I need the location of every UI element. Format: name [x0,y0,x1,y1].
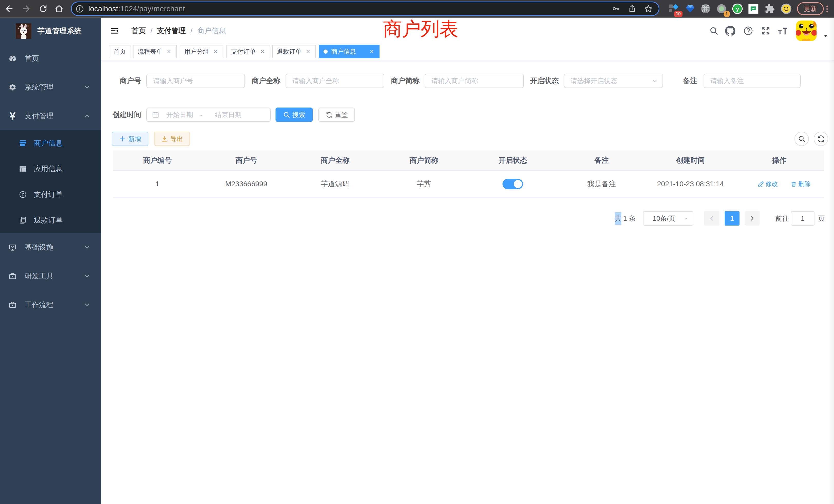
prev-page-button[interactable] [704,211,720,226]
close-icon[interactable]: ✕ [369,48,375,55]
search-icon [709,26,719,36]
edit-link[interactable]: 修改 [758,180,778,188]
extensions-puzzle-icon[interactable] [763,2,776,16]
sidebar-item-system[interactable]: 系统管理 [0,73,101,101]
breadcrumb-current: 商户信息 [197,26,226,36]
create-time-label: 创建时间 [101,108,141,122]
date-start-placeholder: 开始日期 [159,110,200,119]
add-button[interactable]: 新增 [112,132,148,146]
extension-command-icon[interactable] [699,2,712,16]
user-avatar[interactable] [796,21,816,41]
breadcrumb: 首页 / 支付管理 / 商户信息 [131,18,226,44]
chevron-right-icon [749,215,755,222]
browser-forward-button[interactable] [19,2,34,16]
monitor-check-icon [9,244,17,251]
show-search-button[interactable] [794,132,809,146]
plus-icon [119,136,126,142]
sidebar-item-refund-order[interactable]: 退款订单 [0,207,101,233]
fullscreen-icon [761,26,771,36]
extension-tampermonkey-icon[interactable]: 10 [667,2,680,16]
date-range-input[interactable]: 开始日期 - 结束日期 [146,108,271,122]
sidebar-item-payment-order[interactable]: 支付订单 [0,182,101,207]
sidebar-item-infrastructure[interactable]: 基础设施 [0,233,101,262]
yen-icon: ¥ [9,112,17,120]
tag-process-form[interactable]: 流程表单✕ [133,45,177,58]
extension-emoji-icon[interactable] [780,2,793,16]
sidebar-item-app-info[interactable]: 应用信息 [0,156,101,182]
tag-refund-order[interactable]: 退款订单✕ [272,45,316,58]
close-icon[interactable]: ✕ [305,48,311,55]
font-size-button[interactable] [775,18,790,44]
font-size-icon [777,25,788,36]
extension-recorder-icon[interactable]: 1 [715,2,728,16]
sidebar-item-home[interactable]: 首页 [0,44,101,73]
status-label: 开启状态 [518,74,559,88]
sidebar-item-merchant-info[interactable]: 商户信息 [0,130,101,156]
cell-status [468,171,557,197]
close-icon[interactable]: ✕ [166,48,172,55]
browser-reload-button[interactable] [36,2,50,16]
breadcrumb-home[interactable]: 首页 [131,26,146,36]
merchant-no-input[interactable]: 请输入商户号 [146,74,245,88]
active-dot [324,49,328,54]
sidebar-item-payment[interactable]: ¥ 支付管理 [0,101,101,130]
browser-update-button[interactable]: 更新 [797,2,824,15]
tag-merchant-info[interactable]: 商户信息✕ [319,45,379,58]
sidebar-toggle-button[interactable] [110,27,118,35]
page-size-select[interactable]: 10条/页 [643,211,693,226]
extension-chat-icon[interactable] [747,2,760,16]
status-select[interactable]: 请选择开启状态 [564,74,663,88]
extension-y-icon[interactable]: y [731,2,744,16]
svg-text:y: y [736,6,739,12]
browser-home-button[interactable] [52,2,66,16]
cell-full-name: 芋道源码 [291,171,379,197]
share-icon[interactable] [628,4,637,13]
chevron-down-icon [84,244,90,251]
app-title: 芋道管理系统 [38,26,82,36]
breadcrumb-payment[interactable]: 支付管理 [157,26,186,36]
search-button[interactable]: 搜索 [276,108,313,122]
remark-input[interactable]: 请输入备注 [704,74,800,88]
sidebar-item-dev-tools[interactable]: 研发工具 [0,262,101,291]
export-button[interactable]: 导出 [154,132,190,146]
next-page-button[interactable] [745,211,760,226]
tag-home[interactable]: 首页 [109,45,130,58]
logo-avatar [16,23,31,39]
password-key-icon[interactable] [611,4,620,13]
close-icon[interactable]: ✕ [213,48,219,55]
bookmark-star-icon[interactable] [644,4,653,13]
jump-page-input[interactable]: 1 [791,211,814,226]
reset-button[interactable]: 重置 [319,108,355,122]
sidebar-item-workflow[interactable]: 工作流程 [0,291,101,319]
search-icon [283,111,290,118]
sidebar-logo[interactable]: 芋道管理系统 [0,18,101,44]
chevron-down-icon [84,84,90,91]
address-bar[interactable]: localhost:1024/pay/merchant [71,2,659,16]
delete-link[interactable]: 删除 [791,180,811,188]
trash-icon [791,181,797,187]
refresh-table-button[interactable] [814,132,828,146]
browser-back-button[interactable] [2,2,17,16]
close-icon[interactable]: ✕ [259,48,265,55]
tag-payment-order[interactable]: 支付订单✕ [226,45,270,58]
extension-gem-icon[interactable] [683,2,697,16]
refresh-icon [817,135,825,143]
pagination-page-label: 页 [818,211,825,226]
page-1-button[interactable]: 1 [725,211,740,226]
url-text: localhost:1024/pay/merchant [88,5,185,13]
merchant-table: 商户编号 商户号 商户全称 商户简称 开启状态 备注 创建时间 操作 1 M23… [113,151,824,198]
pagination-jump-label: 前往 [775,211,789,226]
tag-user-group[interactable]: 用户分组✕ [180,45,223,58]
documents-icon [19,216,27,224]
fullscreen-button[interactable] [759,18,772,44]
header-search-button[interactable] [708,18,720,44]
github-button[interactable] [724,18,737,44]
browser-menu-button[interactable] [822,4,832,14]
status-toggle[interactable] [503,179,523,189]
question-circle-icon [743,26,753,36]
short-name-input[interactable]: 请输入商户简称 [425,74,524,88]
forward-icon [21,4,31,14]
full-name-input[interactable]: 请输入商户全称 [286,74,384,88]
avatar-caret-icon[interactable] [823,33,829,39]
help-button[interactable] [742,18,755,44]
